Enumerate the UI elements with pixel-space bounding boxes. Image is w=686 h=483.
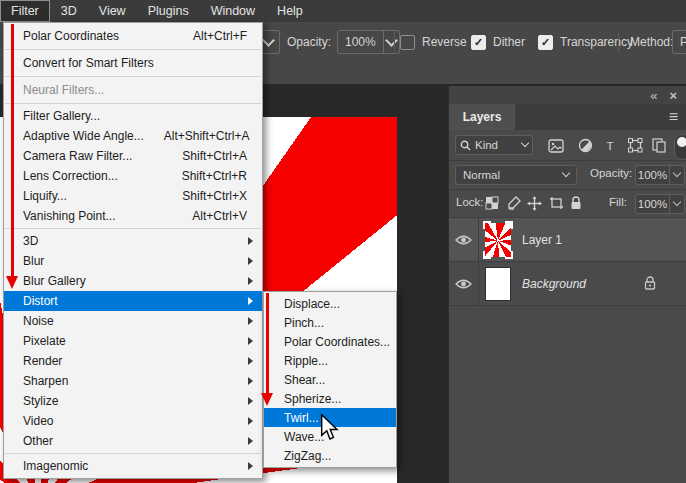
layer-name[interactable]: Background [522,277,586,291]
menu-item-label: 3D [61,4,77,18]
smart-object-filter-icon[interactable] [650,137,668,154]
menu-item-polar-coordinates[interactable]: Polar Coordinates... [264,332,396,351]
visibility-toggle[interactable] [449,218,479,261]
menu-item-other[interactable]: Other [4,431,262,451]
opacity-label: Opacity: [590,167,632,179]
type-layer-filter-icon[interactable]: T [601,137,619,154]
submenu-arrow-icon [248,357,253,365]
visibility-toggle[interactable] [449,262,479,305]
layer-name[interactable]: Layer 1 [522,233,562,247]
menu-item-pixelate[interactable]: Pixelate [4,331,262,351]
menu-item-shear[interactable]: Shear... [264,370,396,389]
panel-menu-icon[interactable]: ≡ [669,108,678,126]
submenu-arrow-icon [248,437,253,445]
lock-artboard-icon[interactable] [549,196,564,210]
menu-item-displace[interactable]: Displace... [264,294,396,313]
submenu-arrow-icon [248,237,253,245]
toggle-knob [677,137,686,147]
menubar-item-view[interactable]: View [88,0,137,22]
menu-separator [5,76,261,77]
menu-item-filter-gallery[interactable]: Filter Gallery... [4,106,262,126]
menu-item-label: Convert for Smart Filters [23,56,154,70]
menu-item-shortcut: Alt+Shift+Ctrl+A [144,129,250,143]
menu-item-blur-gallery[interactable]: Blur Gallery [4,271,262,291]
dither-checkbox[interactable]: ✓ Dither [471,29,525,55]
menu-item-spherize[interactable]: Spherize... [264,389,396,408]
menubar-item-plugins[interactable]: Plugins [137,0,200,22]
layer-fill-dropdown[interactable]: 100% [635,194,685,214]
menu-item-ripple[interactable]: Ripple... [264,351,396,370]
menu-item-liquify[interactable]: Liquify...Shift+Ctrl+X [4,186,262,206]
menu-item-label: Stylize [23,394,58,408]
menu-item-label: 3D [23,234,38,248]
submenu-arrow-icon [248,257,253,265]
menu-item-neural-filters[interactable]: Neural Filters... [4,79,262,101]
menu-item-label: Neural Filters... [23,83,104,97]
menu-item-adaptive-wide-angle[interactable]: Adaptive Wide Angle...Alt+Shift+Ctrl+A [4,126,262,146]
lock-position-icon[interactable] [527,196,542,211]
menu-item-label: Camera Raw Filter... [23,149,132,163]
menu-item-label: Video [23,414,53,428]
menubar-item-filter[interactable]: Filter [0,0,50,22]
lock-image-pixels-icon[interactable] [507,196,521,210]
layer-thumbnail[interactable] [485,223,511,257]
menu-item-blur[interactable]: Blur [4,251,262,271]
menu-item-noise[interactable]: Noise [4,311,262,331]
annotation-arrow-head-1 [6,276,18,289]
menubar-item-3d[interactable]: 3D [50,0,88,22]
reverse-checkbox[interactable]: Reverse [400,29,467,55]
adjustment-layer-filter-icon[interactable] [576,137,594,154]
filter-kind-dropdown[interactable]: Kind [455,135,533,155]
menu-item-label: Window [211,4,255,18]
filter-toggle-switch[interactable] [674,134,686,160]
menu-item-label: Adaptive Wide Angle... [23,129,144,143]
collapse-panel-icon[interactable]: « [650,88,657,103]
opacity-dropdown[interactable]: 100% [337,30,400,54]
menu-item-distort[interactable]: Distort [4,291,262,311]
close-panel-icon[interactable]: × [669,88,677,103]
pixel-layer-filter-icon[interactable] [547,137,565,154]
menubar-item-help[interactable]: Help [266,0,314,22]
menu-item-video[interactable]: Video [4,411,262,431]
lock-transparent-pixels-icon[interactable] [485,196,499,210]
menu-item-3d[interactable]: 3D [4,231,262,251]
menu-item-label: Imagenomic [23,459,88,473]
layer-opacity-value: 100% [636,169,669,181]
layer-row-layer-1[interactable]: Layer 1 [449,218,686,262]
menu-item-label: View [99,4,126,18]
layer-row-background[interactable]: Background [449,262,686,306]
layer-opacity-dropdown[interactable]: 100% [635,165,685,185]
divider [618,32,619,52]
menu-item-camera-raw-filter[interactable]: Camera Raw Filter...Shift+Ctrl+A [4,146,262,166]
lock-row: Lock: Fill: 100% [449,190,686,218]
menu-item-polar-coordinates[interactable]: Polar CoordinatesAlt+Ctrl+F [4,25,262,47]
method-label: Method: [630,29,673,55]
menubar-item-window[interactable]: Window [200,0,266,22]
menu-item-convert-for-smart-filters[interactable]: Convert for Smart Filters [4,52,262,74]
menu-item-zigzag[interactable]: ZigZag... [264,446,396,465]
chevron-down-icon [562,169,570,177]
lock-all-icon[interactable] [570,196,582,210]
menu-item-sharpen[interactable]: Sharpen [4,371,262,391]
filter-menu: Polar CoordinatesAlt+Ctrl+FConvert for S… [3,22,263,479]
menu-item-render[interactable]: Render [4,351,262,371]
menu-item-imagenomic[interactable]: Imagenomic [4,456,262,476]
layer-thumbnail[interactable] [485,267,511,301]
selection-corner [483,251,491,259]
menu-item-label: Wave... [284,430,324,444]
shape-layer-filter-icon[interactable] [626,137,644,154]
menu-item-label: Pinch... [284,316,324,330]
checkbox-checked-icon: ✓ [538,35,553,50]
method-dropdown[interactable]: P [672,30,686,54]
menu-item-label: Lens Correction... [23,169,118,183]
dither-label: Dither [493,35,525,49]
panel-tabs: Layers ≡ [449,104,686,130]
menu-item-label: Liquify... [23,189,67,203]
blend-mode-dropdown[interactable]: Normal [455,165,577,185]
tab-layers[interactable]: Layers [449,104,515,130]
fill-label: Fill: [609,196,627,208]
menu-item-pinch[interactable]: Pinch... [264,313,396,332]
menu-item-lens-correction[interactable]: Lens Correction...Shift+Ctrl+R [4,166,262,186]
menu-item-stylize[interactable]: Stylize [4,391,262,411]
menu-item-vanishing-point[interactable]: Vanishing Point...Alt+Ctrl+V [4,206,262,226]
